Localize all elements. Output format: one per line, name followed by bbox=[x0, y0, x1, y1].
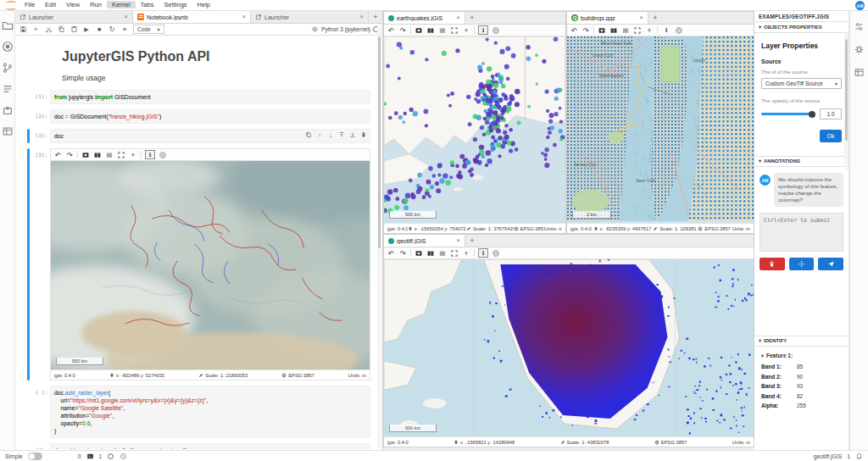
section-identify[interactable]: ▾ IDENTIFY bbox=[754, 336, 849, 347]
move-cell-down-icon[interactable]: ↓ bbox=[327, 131, 334, 138]
floppy-icon[interactable] bbox=[19, 25, 27, 34]
run-cell-icon[interactable]: ▶ bbox=[82, 25, 91, 34]
trash-icon[interactable] bbox=[360, 131, 367, 138]
menu-item-settings[interactable]: Settings bbox=[159, 1, 192, 8]
section-objects-properties[interactable]: ▾ OBJECTS PROPERTIES bbox=[754, 22, 849, 33]
new-tab-button[interactable]: + bbox=[465, 235, 479, 247]
submit-annotation-button[interactable] bbox=[818, 258, 843, 270]
newlayer-icon[interactable] bbox=[415, 248, 423, 258]
files-icon[interactable] bbox=[2, 19, 14, 31]
ok-button[interactable]: Ok bbox=[820, 130, 842, 142]
menu-item-view[interactable]: View bbox=[61, 1, 85, 8]
code-input[interactable]: doc.add_geojson_layer(path="france_regio… bbox=[50, 443, 370, 449]
identify-icon[interactable]: i bbox=[478, 25, 488, 35]
close-tab-icon[interactable]: × bbox=[124, 14, 128, 20]
opacity-value[interactable]: 1.0 bbox=[820, 108, 842, 119]
source-select[interactable]: Custom GeoTiff Source ▾ bbox=[761, 78, 842, 89]
notebook-scrollbar[interactable] bbox=[377, 25, 381, 448]
notification-count[interactable]: 1 bbox=[847, 453, 850, 459]
code-input[interactable]: doc.add_raster_layer( url="https://mt1.g… bbox=[50, 386, 370, 438]
stop-kernel-icon[interactable]: ■ bbox=[95, 25, 103, 34]
new-tab-button[interactable]: + bbox=[369, 11, 382, 23]
git-icon[interactable] bbox=[2, 62, 14, 74]
restart-run-all-icon[interactable]: » bbox=[120, 25, 129, 34]
basemap-icon[interactable] bbox=[426, 248, 435, 258]
code-input[interactable]: doc↑↓ bbox=[50, 129, 370, 143]
add-layer-icon[interactable]: + bbox=[129, 150, 137, 159]
close-tab-icon[interactable]: × bbox=[359, 14, 364, 20]
globe-icon[interactable] bbox=[492, 25, 500, 35]
menu-item-help[interactable]: Help bbox=[192, 1, 215, 8]
undo-icon[interactable]: ↶ bbox=[570, 25, 578, 35]
section-annotations[interactable]: ▾ ANNOTATIONS bbox=[754, 156, 849, 167]
terminal-count[interactable]: 0 bbox=[78, 453, 81, 459]
identify-icon[interactable]: i bbox=[661, 25, 671, 35]
fullscreen-icon[interactable] bbox=[450, 248, 459, 258]
move-cell-up-icon[interactable]: ↑ bbox=[316, 131, 323, 138]
menu-item-tabs[interactable]: Tabs bbox=[136, 1, 159, 8]
annotation-input[interactable] bbox=[760, 213, 843, 252]
add-layer-icon[interactable]: + bbox=[462, 25, 470, 35]
right-panel-scrollbar[interactable] bbox=[844, 34, 849, 169]
bell-icon[interactable] bbox=[855, 453, 863, 460]
newlayer-icon[interactable] bbox=[81, 150, 90, 159]
menu-item-file[interactable]: File bbox=[19, 1, 40, 8]
tools-icon[interactable] bbox=[854, 21, 865, 32]
basemap-icon[interactable] bbox=[609, 25, 618, 35]
user-avatar[interactable]: AM bbox=[855, 1, 865, 10]
tab-launcher[interactable]: Launcher× bbox=[251, 11, 369, 23]
close-tab-icon[interactable]: × bbox=[242, 14, 246, 20]
kernel-name[interactable]: Python 3 (ipykernel) bbox=[321, 26, 370, 32]
restart-kernel-icon[interactable]: ↻ bbox=[108, 25, 116, 34]
menu-item-edit[interactable]: Edit bbox=[40, 1, 61, 8]
tab-launcher[interactable]: Launcher× bbox=[15, 11, 133, 23]
globe-icon[interactable] bbox=[492, 248, 500, 258]
fullscreen-icon[interactable] bbox=[117, 150, 125, 159]
kernel-count[interactable]: 1 bbox=[99, 453, 103, 459]
copy-icon[interactable] bbox=[305, 131, 312, 138]
delete-annotation-button[interactable] bbox=[760, 258, 785, 270]
undo-icon[interactable]: ↶ bbox=[387, 25, 395, 35]
insbelow-icon[interactable] bbox=[349, 131, 356, 138]
menu-item-kernel[interactable]: Kernel bbox=[107, 1, 136, 8]
tab-buildings[interactable]: Qbuildings.qgz× bbox=[567, 12, 648, 24]
newlayer-icon[interactable] bbox=[598, 25, 606, 35]
tab-geotiff[interactable]: geotiff.jGIS× bbox=[384, 235, 465, 247]
redo-icon[interactable]: ↷ bbox=[581, 25, 590, 35]
redo-icon[interactable]: ↷ bbox=[398, 248, 407, 258]
history-icon[interactable] bbox=[120, 453, 127, 460]
tab-earthquakes[interactable]: earthquakes.jGIS× bbox=[384, 12, 465, 24]
menu-item-run[interactable]: Run bbox=[85, 1, 107, 8]
copy-icon[interactable] bbox=[57, 25, 65, 34]
cell-type-select[interactable]: Code▾ bbox=[133, 25, 164, 34]
basemap-icon[interactable] bbox=[93, 150, 102, 159]
tab-notebook-ipynb[interactable]: Notebook.ipynb× bbox=[133, 11, 251, 23]
redo-icon[interactable]: ↷ bbox=[65, 150, 74, 159]
redo-icon[interactable]: ↷ bbox=[398, 25, 407, 35]
geotiff-map-canvas[interactable]: 500 km bbox=[384, 259, 754, 436]
kernel-indicator[interactable]: Python 3 (ipykernel) bbox=[310, 25, 379, 34]
fullscreen-icon[interactable] bbox=[633, 25, 642, 35]
notebook-map-map-canvas[interactable]: 500 km bbox=[51, 161, 370, 369]
gear-icon[interactable] bbox=[854, 44, 865, 55]
identify-icon[interactable]: i bbox=[478, 248, 488, 258]
close-tab-icon[interactable]: × bbox=[639, 14, 643, 21]
newlayer-icon[interactable] bbox=[415, 25, 423, 35]
add-layer-icon[interactable]: + bbox=[645, 25, 654, 35]
globe-icon[interactable] bbox=[675, 25, 683, 35]
add-cell-icon[interactable]: + bbox=[31, 25, 40, 34]
opacity-slider-knob[interactable] bbox=[809, 111, 815, 118]
running-icon[interactable] bbox=[2, 41, 14, 53]
close-tab-icon[interactable]: × bbox=[456, 14, 460, 21]
extensions-icon[interactable] bbox=[2, 104, 14, 116]
globe-icon[interactable] bbox=[159, 150, 167, 159]
cut-icon[interactable] bbox=[44, 25, 53, 34]
new-tab-button[interactable]: + bbox=[465, 12, 479, 24]
frame-icon[interactable] bbox=[2, 125, 14, 137]
identify-feature[interactable]: ▾ Feature 1: bbox=[761, 353, 842, 358]
add-layer-icon[interactable]: + bbox=[462, 248, 470, 258]
toc-icon[interactable] bbox=[2, 83, 14, 95]
paste-icon[interactable] bbox=[70, 25, 78, 34]
center-on-annotation-button[interactable] bbox=[789, 258, 815, 270]
basemap-icon[interactable] bbox=[426, 25, 435, 35]
